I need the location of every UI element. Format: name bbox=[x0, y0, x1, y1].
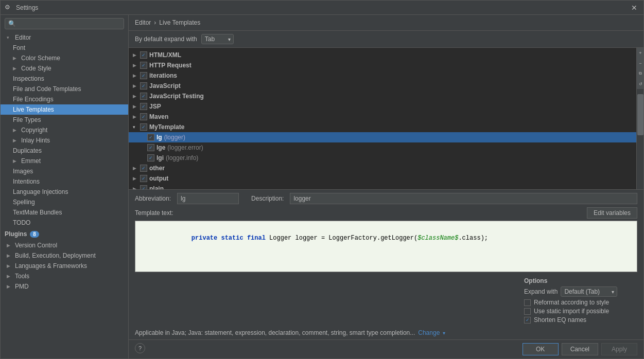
checkbox-lg[interactable] bbox=[147, 134, 154, 141]
apply-button[interactable]: Apply bbox=[601, 343, 637, 355]
tree-item-label: plain bbox=[149, 185, 632, 189]
sidebar-item-code-style[interactable]: ▶ Code Style ⧉ bbox=[1, 63, 128, 74]
sidebar-item-file-encodings[interactable]: File Encodings ⧉ bbox=[1, 94, 128, 104]
expand-select[interactable]: Tab Enter Space bbox=[201, 34, 234, 44]
shorten-eq-checkbox[interactable] bbox=[524, 317, 531, 324]
checkbox-mytemplate[interactable] bbox=[140, 123, 147, 131]
tree-item-label: JavaScript Testing bbox=[149, 93, 632, 100]
checkbox-plain[interactable] bbox=[140, 185, 147, 189]
sidebar-item-color-scheme[interactable]: ▶ Color Scheme ⧉ bbox=[1, 53, 128, 63]
tree-item-javascript[interactable]: ▶ JavaScript bbox=[129, 81, 636, 91]
static-import-checkbox[interactable] bbox=[524, 308, 531, 315]
tree-item-lg[interactable]: lg(logger) bbox=[129, 132, 636, 142]
arrow-icon: ▶ bbox=[13, 66, 20, 71]
scrollbar-track[interactable] bbox=[637, 89, 643, 189]
description-input[interactable] bbox=[290, 193, 637, 204]
sidebar-item-inspections[interactable]: Inspections ⧉ bbox=[1, 74, 128, 84]
tree-item-js-testing[interactable]: ▶ JavaScript Testing bbox=[129, 91, 636, 101]
close-button[interactable]: ✕ bbox=[629, 3, 639, 13]
scrollbar-thumb bbox=[637, 94, 643, 135]
tree-item-http-request[interactable]: ▶ HTTP Request bbox=[129, 60, 636, 70]
options-panel: Options Expand with Default (Tab) Tab En… bbox=[524, 277, 637, 325]
sidebar-item-spelling[interactable]: Spelling ⧉ bbox=[1, 197, 128, 207]
title-bar: ⚙ Settings ✕ bbox=[1, 1, 643, 15]
checkbox-output[interactable] bbox=[140, 175, 147, 182]
reformat-checkbox[interactable] bbox=[524, 299, 531, 306]
expand-with-select[interactable]: Default (Tab) Tab Enter Space bbox=[561, 286, 617, 297]
checkbox-http-request[interactable] bbox=[140, 62, 147, 69]
checkbox-other[interactable] bbox=[140, 165, 147, 172]
arrow-icon: ▶ bbox=[13, 128, 20, 133]
breadcrumb-editor[interactable]: Editor bbox=[135, 19, 151, 26]
edit-variables-button[interactable]: Edit variables bbox=[587, 207, 637, 219]
tree-item-maven[interactable]: ▶ Maven bbox=[129, 112, 636, 122]
sidebar-item-label: File and Code Templates bbox=[13, 85, 117, 93]
search-input[interactable] bbox=[5, 18, 124, 29]
sidebar-item-label: TextMate Bundles bbox=[13, 209, 124, 216]
sidebar-item-todo[interactable]: TODO bbox=[1, 218, 128, 228]
reformat-row: Reformat according to style bbox=[524, 299, 637, 306]
tree-item-other[interactable]: ▶ other bbox=[129, 163, 636, 173]
collapse-icon: ▶ bbox=[133, 166, 140, 171]
sidebar-item-inlay-hints[interactable]: ▶ Inlay Hints ⧉ bbox=[1, 135, 128, 146]
description-label: Description: bbox=[251, 195, 284, 202]
template-text-label: Template text: bbox=[135, 209, 173, 217]
sidebar-item-language-injections[interactable]: Language Injections ⧉ bbox=[1, 187, 128, 197]
checkbox-maven[interactable] bbox=[140, 113, 147, 120]
tree-item-html-xml[interactable]: ▶ HTML/XML bbox=[129, 50, 636, 60]
checkbox-html-xml[interactable] bbox=[140, 51, 147, 59]
checkbox-javascript[interactable] bbox=[140, 82, 147, 89]
sidebar-item-emmet[interactable]: ▶ Emmet bbox=[1, 156, 128, 166]
change-link[interactable]: Change bbox=[418, 329, 440, 336]
sidebar-item-images[interactable]: Images bbox=[1, 166, 128, 176]
tree-item-lgi[interactable]: lgi(logger.info) bbox=[129, 153, 636, 163]
arrow-icon: ▶ bbox=[13, 138, 20, 143]
sidebar-item-build-exec[interactable]: ▶ Build, Execution, Deployment bbox=[1, 250, 128, 261]
checkbox-lgi[interactable] bbox=[147, 154, 154, 161]
shorten-eq-row: Shorten EQ names bbox=[524, 316, 637, 324]
tree-item-jsp[interactable]: ▶ JSP bbox=[129, 101, 636, 112]
sidebar-item-file-code-templates[interactable]: File and Code Templates ⧉ bbox=[1, 84, 128, 94]
cancel-button[interactable]: Cancel bbox=[562, 343, 598, 355]
sidebar-item-copyright[interactable]: ▶ Copyright ⧉ bbox=[1, 125, 128, 135]
tree-item-output[interactable]: ▶ output bbox=[129, 173, 636, 184]
templates-tree: ▶ HTML/XML ▶ HTTP Request ▶ iterations bbox=[129, 48, 636, 189]
sidebar-item-file-types[interactable]: File Types bbox=[1, 115, 128, 125]
checkbox-jsp[interactable] bbox=[140, 103, 147, 110]
scroll-reset-button[interactable]: ↺ bbox=[637, 79, 643, 89]
abbreviation-input[interactable] bbox=[177, 193, 239, 204]
sidebar-item-font[interactable]: Font bbox=[1, 43, 128, 53]
sidebar-item-live-templates[interactable]: Live Templates bbox=[1, 104, 128, 115]
sidebar-item-intentions[interactable]: Intentions bbox=[1, 176, 128, 187]
app-icon: ⚙ bbox=[5, 4, 13, 12]
tree-item-iterations[interactable]: ▶ iterations bbox=[129, 70, 636, 81]
checkbox-lge[interactable] bbox=[147, 144, 154, 151]
sidebar-item-languages[interactable]: ▶ Languages & Frameworks bbox=[1, 261, 128, 271]
scroll-copy-button[interactable]: ⧉ bbox=[637, 68, 643, 79]
sidebar-item-textmate[interactable]: TextMate Bundles bbox=[1, 207, 128, 218]
sidebar-item-label: Editor bbox=[15, 34, 124, 41]
sidebar-item-tools[interactable]: ▶ Tools bbox=[1, 271, 128, 281]
tree-item-lge[interactable]: lge(logger.error) bbox=[129, 142, 636, 153]
tree-item-mytemplate[interactable]: ▾ MyTemplate bbox=[129, 122, 636, 132]
sidebar-item-plugins[interactable]: Plugins 8 bbox=[1, 228, 128, 240]
sidebar-item-label: Font bbox=[13, 44, 124, 51]
sidebar-item-duplicates[interactable]: Duplicates bbox=[1, 146, 128, 156]
collapse-icon: ▶ bbox=[133, 83, 140, 88]
checkbox-iterations[interactable] bbox=[140, 72, 147, 79]
sidebar-item-version-control[interactable]: ▶ Version Control ⧉ bbox=[1, 240, 128, 250]
right-panel: Editor › Live Templates By default expan… bbox=[129, 15, 643, 358]
sidebar-item-label: Duplicates bbox=[13, 147, 124, 154]
sidebar-item-pmd[interactable]: ▶ PMD bbox=[1, 281, 128, 292]
scroll-down-button[interactable]: − bbox=[637, 58, 643, 68]
arrow-icon: ▶ bbox=[13, 56, 20, 61]
code-editor[interactable]: private static final Logger logger = Log… bbox=[135, 221, 637, 272]
expand-select-wrapper: Tab Enter Space bbox=[201, 34, 234, 44]
scroll-up-button[interactable]: + bbox=[637, 48, 643, 58]
checkbox-js-testing[interactable] bbox=[140, 93, 147, 100]
ok-button[interactable]: OK bbox=[523, 343, 559, 355]
help-icon[interactable]: ? bbox=[135, 343, 145, 353]
sidebar-item-editor[interactable]: ▾ Editor bbox=[1, 32, 128, 43]
arrow-icon: ▶ bbox=[7, 263, 14, 268]
tree-item-plain[interactable]: ▶ plain bbox=[129, 184, 636, 189]
